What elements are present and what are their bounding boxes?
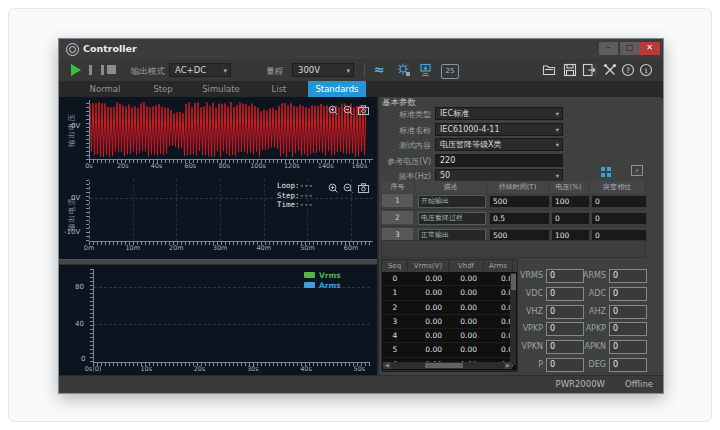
x-tick-label: 160s [344, 162, 374, 170]
row-seq-cell[interactable]: 1 [382, 194, 413, 207]
zoom-in-icon[interactable] [328, 101, 339, 112]
x-tick-label: 50m [292, 244, 322, 252]
chart-splitter[interactable] [59, 259, 377, 265]
row-phase-cell[interactable]: 0 [591, 195, 647, 208]
row-voltage-cell[interactable]: 100 [551, 195, 590, 208]
range-select[interactable]: 300V▾ [292, 63, 354, 77]
export-file-icon[interactable] [582, 63, 596, 77]
x-tick-label: 10s [131, 365, 161, 373]
stop-button[interactable] [107, 65, 116, 74]
x-tick-label: 80s [209, 162, 239, 170]
row-desc-cell[interactable]: 电压暂降过程 [418, 212, 486, 225]
main-toolbar: 输出模式 AC+DC▾ 量程 300V▾ ≈ 25 [59, 59, 663, 82]
chart2-vertical-gridline [351, 179, 352, 241]
field-input[interactable]: 220 [435, 154, 563, 167]
table-cell: 0.00 [408, 329, 449, 342]
chart3-y-ticks [90, 269, 93, 362]
table-export-icon[interactable]: ↗ [631, 165, 643, 176]
settings-gear-icon[interactable] [397, 63, 411, 77]
measurement-label: VPKP [487, 324, 543, 333]
waveform-icon[interactable]: ≈ [374, 62, 385, 77]
minimize-button[interactable]: – [599, 42, 618, 55]
chevron-down-icon: ▾ [556, 139, 559, 151]
field-select[interactable]: 电压暂降等级X类▾ [435, 138, 563, 151]
measurement-label: ARMS [581, 271, 606, 280]
field-value: 50 [440, 171, 450, 180]
play-button[interactable] [71, 64, 81, 76]
chart2-vertical-gridline [264, 179, 265, 241]
measurement-label: DEG [581, 360, 606, 369]
tools-icon[interactable] [603, 63, 617, 77]
table-cell: 0.00 [408, 343, 449, 356]
maximize-button[interactable]: □ [620, 42, 639, 55]
snapshot-icon[interactable] [358, 179, 369, 190]
info-icon[interactable]: i [639, 63, 653, 77]
scrollbar-thumb[interactable] [425, 363, 463, 368]
snapshot-icon[interactable] [358, 101, 369, 112]
tab-list[interactable]: List [250, 81, 308, 97]
row-duration-cell[interactable]: 500 [489, 195, 550, 208]
tab-simulate[interactable]: Simulate [192, 81, 250, 97]
close-button[interactable]: ✕ [639, 42, 660, 55]
zoom-in-icon[interactable] [328, 179, 339, 190]
scroll-left-icon[interactable]: ◀ [383, 362, 391, 369]
chart3-ytick-label: 40 [75, 320, 84, 328]
save-file-icon[interactable] [563, 63, 577, 77]
row-voltage-cell[interactable]: 0 [551, 212, 590, 225]
device-download-icon[interactable] [419, 63, 433, 77]
x-tick-label: 120s [277, 162, 307, 170]
table-grid-icon[interactable] [601, 167, 605, 171]
tab-normal[interactable]: Normal [76, 81, 134, 97]
row-seq-cell[interactable]: 2 [382, 211, 413, 224]
charts-area: 输出电压 输出电流 0V 0V -10V Loop:---Step:---Tim… [59, 97, 377, 375]
chart2-vertical-gridline [89, 179, 90, 241]
measurement-label: ADC [581, 289, 606, 298]
x-tick-label: 0s(0) [78, 365, 108, 373]
column-header: 描述 [415, 181, 487, 193]
field-value: 220 [440, 156, 455, 165]
row-phase-cell[interactable]: 0 [591, 212, 647, 225]
chart3-ytick-label: 80 [75, 283, 84, 291]
vertical-scrollbar[interactable] [510, 273, 516, 365]
row-duration-cell[interactable]: 0.5 [489, 212, 550, 225]
connection-status: Offline [625, 379, 653, 389]
numeric-display-icon[interactable]: 25 [441, 64, 459, 79]
field-label: 测试内容 [379, 140, 431, 151]
zoom-out-icon[interactable] [343, 179, 354, 190]
x-tick-label: 50s [344, 365, 374, 373]
field-select[interactable]: IEC标准▾ [435, 107, 563, 120]
legend-label: Vrms [319, 271, 341, 280]
field-select[interactable]: IEC61000-4-11▾ [435, 123, 563, 136]
chevron-down-icon: ▾ [556, 108, 559, 120]
column-header: 序号 [381, 181, 415, 193]
open-file-icon[interactable] [542, 63, 556, 77]
x-tick-label: 40s [291, 365, 321, 373]
measurement-label: APKP [581, 324, 606, 333]
svg-text:?: ? [626, 66, 630, 75]
chart2-ytick-label: 0V [71, 194, 80, 202]
table-row[interactable]: 2电压暂降过程0.500 [381, 210, 646, 227]
x-tick-label: 40s [142, 162, 172, 170]
measurement-label: VPKN [487, 342, 543, 351]
app-logo-icon [66, 43, 79, 56]
x-tick-label: 30m [205, 244, 235, 252]
table-cell: 0.00 [449, 343, 484, 356]
table-row[interactable]: 1开始输出5001000 [381, 193, 646, 210]
x-tick-label: 20s [185, 365, 215, 373]
column-header: Vrms(V) [408, 260, 449, 272]
legend-item: Arms [304, 280, 341, 290]
row-desc-cell[interactable]: 开始输出 [418, 195, 486, 208]
pause-button[interactable] [89, 65, 104, 75]
help-icon[interactable]: ? [621, 63, 635, 77]
measurement-label: VDC [487, 289, 543, 298]
tab-step[interactable]: Step [134, 81, 192, 97]
x-tick-label: 140s [311, 162, 341, 170]
toolbar-separator [595, 63, 596, 77]
zoom-out-icon[interactable] [343, 101, 354, 112]
chevron-down-icon: ▾ [556, 124, 559, 136]
tab-standards[interactable]: Standards [308, 81, 366, 97]
output-mode-select[interactable]: AC+DC▾ [169, 63, 231, 77]
measurement-value: 0 [546, 287, 584, 301]
chart1-toolbar [328, 101, 369, 112]
measurement-label: P [487, 360, 543, 369]
